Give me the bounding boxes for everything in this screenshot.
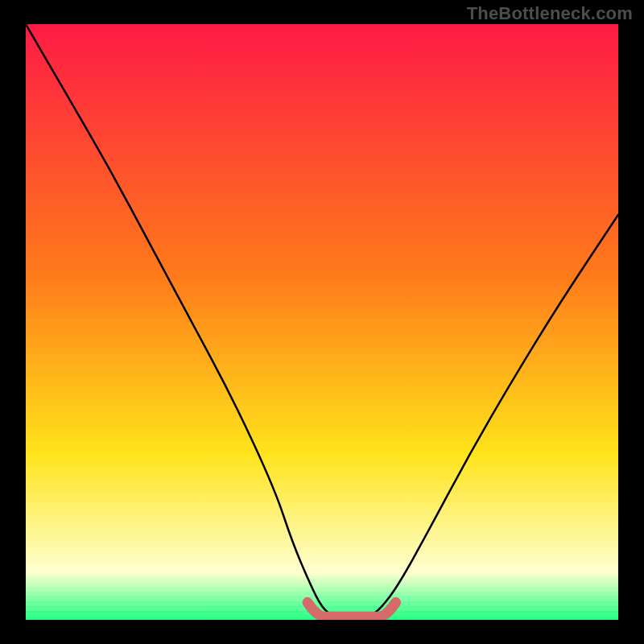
chart-plot-area (26, 24, 618, 620)
gradient-background (26, 24, 618, 620)
watermark-text: TheBottleneck.com (467, 3, 633, 24)
chart-frame: TheBottleneck.com (0, 0, 644, 644)
chart-svg (26, 24, 618, 620)
